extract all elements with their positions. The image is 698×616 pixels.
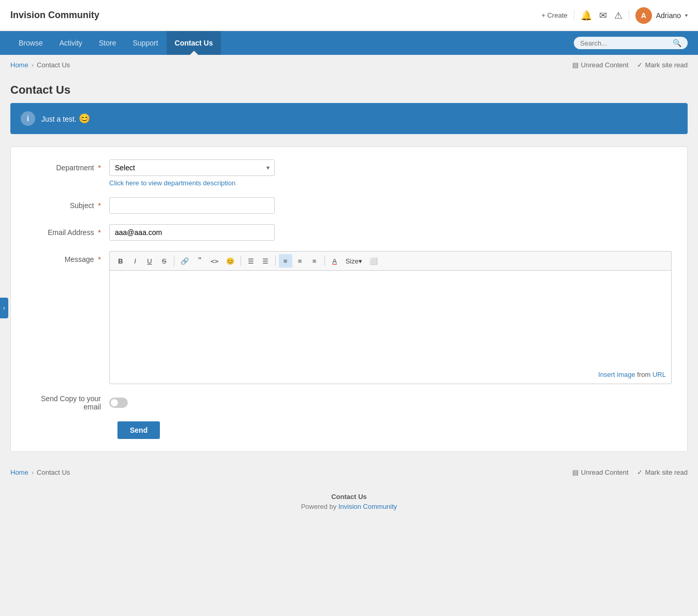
message-row: Message * B I U S 🔗 " <> 😊 ☰ ☰ bbox=[26, 251, 672, 384]
toolbar-underline[interactable]: U bbox=[143, 254, 156, 268]
search-input[interactable] bbox=[580, 39, 670, 47]
user-chevron-icon: ▾ bbox=[685, 12, 688, 18]
subject-required: * bbox=[98, 201, 101, 210]
chevron-right-icon: › bbox=[3, 304, 5, 312]
toolbar-align-center[interactable]: ≡ bbox=[293, 254, 307, 268]
messages-button[interactable]: ✉ bbox=[599, 10, 607, 21]
breadcrumb-bar-top: Home › Contact Us ▤ Unread Content ✓ Mar… bbox=[0, 55, 698, 75]
info-icon: i bbox=[21, 111, 35, 126]
toolbar-link[interactable]: 🔗 bbox=[177, 254, 192, 268]
footer-unread-content[interactable]: ▤ Unread Content bbox=[572, 468, 629, 476]
nav-bar: Browse Activity Store Support Contact Us… bbox=[0, 31, 698, 55]
footer-unread-label: Unread Content bbox=[581, 468, 629, 476]
subject-row: Subject * bbox=[26, 197, 672, 214]
nav-support[interactable]: Support bbox=[125, 31, 167, 55]
send-copy-toggle[interactable] bbox=[109, 398, 128, 408]
department-row: Department * Select ▾ Click here to view… bbox=[26, 159, 672, 187]
department-select-wrapper: Select ▾ bbox=[109, 159, 275, 176]
unread-content-label: Unread Content bbox=[581, 61, 629, 69]
size-chevron-icon: ▾ bbox=[359, 257, 362, 265]
email-input[interactable] bbox=[109, 224, 275, 241]
search-box: 🔍 bbox=[574, 37, 688, 49]
toolbar-strikethrough[interactable]: S bbox=[157, 254, 171, 268]
page-footer: Contact Us Powered by Invision Community bbox=[0, 482, 698, 521]
header-icons: 🔔 ✉ ⚠ bbox=[574, 10, 629, 21]
check-icon: ✓ bbox=[637, 61, 643, 69]
toolbar-list-unordered[interactable]: ☰ bbox=[244, 254, 258, 268]
notifications-button[interactable]: 🔔 bbox=[581, 10, 592, 21]
toolbar-italic[interactable]: I bbox=[128, 254, 142, 268]
breadcrumb-separator: › bbox=[32, 61, 34, 69]
insert-image-link[interactable]: Insert image from URL bbox=[598, 371, 666, 378]
nav-activity[interactable]: Activity bbox=[51, 31, 91, 55]
toolbar-insert-image[interactable]: ⬜ bbox=[366, 254, 381, 268]
header-right: + Create 🔔 ✉ ⚠ A Adriano ▾ bbox=[542, 7, 688, 24]
toolbar-sep-1 bbox=[174, 256, 174, 266]
footer-unread-icon: ▤ bbox=[572, 468, 578, 476]
subject-control bbox=[109, 197, 275, 214]
create-button[interactable]: + Create bbox=[542, 11, 568, 19]
footer-breadcrumb-actions: ▤ Unread Content ✓ Mark site read bbox=[572, 468, 688, 476]
avatar: A bbox=[635, 7, 652, 24]
editor-toolbar: B I U S 🔗 " <> 😊 ☰ ☰ ≡ ≡ ≡ bbox=[109, 251, 672, 270]
toolbar-bold[interactable]: B bbox=[114, 254, 127, 268]
nav-store[interactable]: Store bbox=[91, 31, 124, 55]
create-label: + Create bbox=[542, 11, 568, 19]
department-select[interactable]: Select bbox=[109, 159, 275, 176]
toolbar-sep-2 bbox=[241, 256, 241, 266]
unread-icon: ▤ bbox=[572, 61, 578, 69]
department-label: Department * bbox=[26, 159, 109, 172]
toggle-slider bbox=[109, 398, 128, 408]
footer-breadcrumb: Home › Contact Us bbox=[10, 468, 70, 476]
breadcrumb-actions: ▤ Unread Content ✓ Mark site read bbox=[572, 61, 688, 69]
emoji-icon: 😊 bbox=[79, 113, 90, 124]
department-control: Select ▾ Click here to view departments … bbox=[109, 159, 275, 187]
toolbar-list-ordered[interactable]: ☰ bbox=[259, 254, 272, 268]
toolbar-quote[interactable]: " bbox=[193, 254, 206, 268]
toolbar-emoji[interactable]: 😊 bbox=[223, 254, 237, 268]
footer-breadcrumb-current: Contact Us bbox=[37, 468, 70, 476]
toolbar-text-color[interactable]: A bbox=[328, 254, 341, 268]
footer-powered-by: Powered by Invision Community bbox=[10, 503, 688, 510]
info-banner: i Just a test. 😊 bbox=[10, 103, 688, 134]
department-description-link[interactable]: Click here to view departments descripti… bbox=[109, 179, 275, 187]
unread-content-action[interactable]: ▤ Unread Content bbox=[572, 61, 629, 69]
email-control bbox=[109, 224, 275, 241]
search-submit-button[interactable]: 🔍 bbox=[673, 39, 681, 47]
toolbar-align-left[interactable]: ≡ bbox=[279, 254, 292, 268]
footer-contact-title: Contact Us bbox=[10, 493, 688, 501]
subject-input[interactable] bbox=[109, 197, 275, 214]
breadcrumb-current: Contact Us bbox=[37, 61, 70, 69]
user-area[interactable]: A Adriano ▾ bbox=[635, 7, 688, 24]
info-message: Just a test. 😊 bbox=[41, 113, 90, 124]
email-row: Email Address * bbox=[26, 224, 672, 241]
footer-mark-read[interactable]: ✓ Mark site read bbox=[637, 468, 688, 476]
message-editor-wrapper: B I U S 🔗 " <> 😊 ☰ ☰ ≡ ≡ ≡ bbox=[109, 251, 672, 384]
email-label: Email Address * bbox=[26, 224, 109, 237]
nav-browse[interactable]: Browse bbox=[10, 31, 51, 55]
footer-breadcrumb-bar: Home › Contact Us ▤ Unread Content ✓ Mar… bbox=[0, 462, 698, 482]
site-logo: Invision Community bbox=[10, 10, 99, 21]
footer-check-icon: ✓ bbox=[637, 468, 643, 476]
sidebar-toggle[interactable]: › bbox=[0, 298, 8, 318]
breadcrumb: Home › Contact Us bbox=[10, 61, 70, 69]
footer-powered-by-link[interactable]: Invision Community bbox=[338, 503, 397, 510]
mark-site-read-action[interactable]: ✓ Mark site read bbox=[637, 61, 688, 69]
message-label: Message * bbox=[26, 251, 109, 263]
footer-breadcrumb-home[interactable]: Home bbox=[10, 468, 28, 476]
editor-body[interactable]: Insert image from URL bbox=[109, 270, 672, 384]
nav-contact-us[interactable]: Contact Us bbox=[167, 31, 221, 55]
alerts-button[interactable]: ⚠ bbox=[614, 10, 622, 21]
toolbar-code[interactable]: <> bbox=[207, 254, 222, 268]
username: Adriano bbox=[656, 11, 681, 20]
toolbar-size[interactable]: Size ▾ bbox=[343, 254, 365, 268]
email-required: * bbox=[98, 228, 101, 237]
send-copy-row: Send Copy to your email bbox=[26, 394, 672, 411]
page-title: Contact Us bbox=[10, 75, 688, 103]
toolbar-align-right[interactable]: ≡ bbox=[308, 254, 321, 268]
top-header: Invision Community + Create 🔔 ✉ ⚠ A Adri… bbox=[0, 0, 698, 31]
message-required: * bbox=[98, 255, 101, 263]
footer-breadcrumb-separator: › bbox=[32, 468, 34, 476]
breadcrumb-home[interactable]: Home bbox=[10, 61, 28, 69]
send-button[interactable]: Send bbox=[117, 421, 160, 439]
